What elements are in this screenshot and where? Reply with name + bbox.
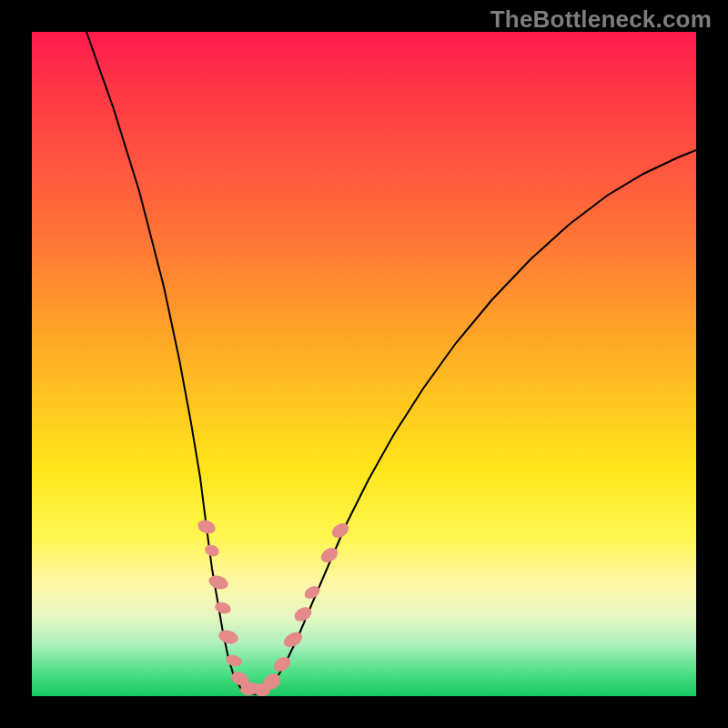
bottleneck-curve [86,32,696,694]
marker-dot [271,654,293,674]
plot-area [32,32,696,696]
marker-dot [203,543,220,559]
chart-svg [32,32,696,696]
marker-dot [217,628,239,646]
marker-dot [196,518,217,536]
watermark-text: TheBottleneck.com [490,5,712,34]
chart-frame: TheBottleneck.com [0,0,728,728]
marker-dot [207,573,229,592]
marker-dot [214,601,233,616]
